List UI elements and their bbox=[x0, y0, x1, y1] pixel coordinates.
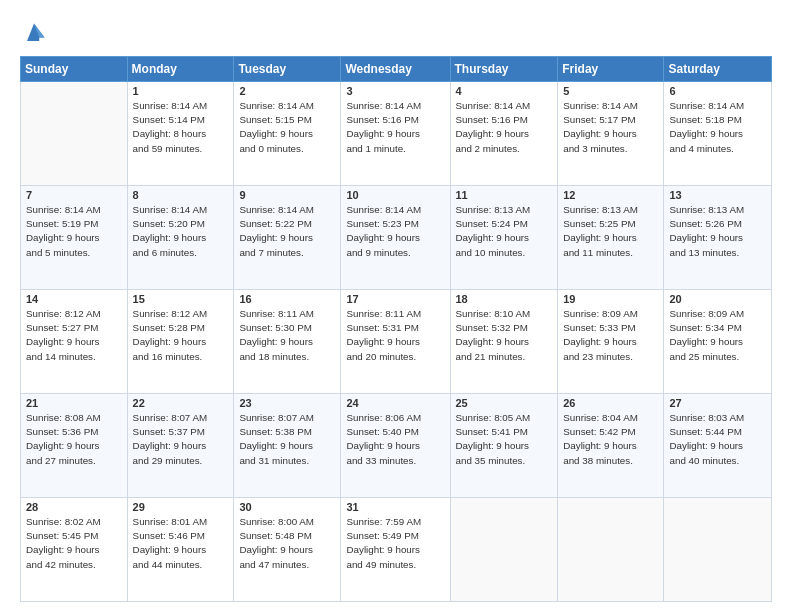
calendar-cell: 28Sunrise: 8:02 AM Sunset: 5:45 PM Dayli… bbox=[21, 498, 128, 602]
day-number: 16 bbox=[239, 293, 335, 305]
day-info: Sunrise: 8:09 AM Sunset: 5:34 PM Dayligh… bbox=[669, 307, 766, 364]
day-number: 12 bbox=[563, 189, 658, 201]
calendar-week-row: 7Sunrise: 8:14 AM Sunset: 5:19 PM Daylig… bbox=[21, 186, 772, 290]
day-number: 2 bbox=[239, 85, 335, 97]
calendar-cell: 22Sunrise: 8:07 AM Sunset: 5:37 PM Dayli… bbox=[127, 394, 234, 498]
calendar-cell: 13Sunrise: 8:13 AM Sunset: 5:26 PM Dayli… bbox=[664, 186, 772, 290]
header-cell-friday: Friday bbox=[558, 57, 664, 82]
day-info: Sunrise: 8:07 AM Sunset: 5:38 PM Dayligh… bbox=[239, 411, 335, 468]
day-info: Sunrise: 8:14 AM Sunset: 5:17 PM Dayligh… bbox=[563, 99, 658, 156]
calendar-cell: 26Sunrise: 8:04 AM Sunset: 5:42 PM Dayli… bbox=[558, 394, 664, 498]
calendar-cell: 7Sunrise: 8:14 AM Sunset: 5:19 PM Daylig… bbox=[21, 186, 128, 290]
calendar-cell: 24Sunrise: 8:06 AM Sunset: 5:40 PM Dayli… bbox=[341, 394, 450, 498]
day-info: Sunrise: 8:14 AM Sunset: 5:15 PM Dayligh… bbox=[239, 99, 335, 156]
day-number: 23 bbox=[239, 397, 335, 409]
day-info: Sunrise: 8:13 AM Sunset: 5:26 PM Dayligh… bbox=[669, 203, 766, 260]
day-number: 25 bbox=[456, 397, 553, 409]
header-cell-tuesday: Tuesday bbox=[234, 57, 341, 82]
day-info: Sunrise: 7:59 AM Sunset: 5:49 PM Dayligh… bbox=[346, 515, 444, 572]
calendar-cell: 5Sunrise: 8:14 AM Sunset: 5:17 PM Daylig… bbox=[558, 82, 664, 186]
day-number: 24 bbox=[346, 397, 444, 409]
calendar-header-row: SundayMondayTuesdayWednesdayThursdayFrid… bbox=[21, 57, 772, 82]
day-number: 18 bbox=[456, 293, 553, 305]
day-number: 10 bbox=[346, 189, 444, 201]
day-number: 11 bbox=[456, 189, 553, 201]
day-number: 27 bbox=[669, 397, 766, 409]
day-number: 19 bbox=[563, 293, 658, 305]
calendar-cell: 12Sunrise: 8:13 AM Sunset: 5:25 PM Dayli… bbox=[558, 186, 664, 290]
calendar-cell: 3Sunrise: 8:14 AM Sunset: 5:16 PM Daylig… bbox=[341, 82, 450, 186]
calendar-cell: 16Sunrise: 8:11 AM Sunset: 5:30 PM Dayli… bbox=[234, 290, 341, 394]
day-number: 1 bbox=[133, 85, 229, 97]
header-cell-saturday: Saturday bbox=[664, 57, 772, 82]
day-number: 9 bbox=[239, 189, 335, 201]
calendar-cell: 31Sunrise: 7:59 AM Sunset: 5:49 PM Dayli… bbox=[341, 498, 450, 602]
day-info: Sunrise: 8:14 AM Sunset: 5:19 PM Dayligh… bbox=[26, 203, 122, 260]
calendar-table: SundayMondayTuesdayWednesdayThursdayFrid… bbox=[20, 56, 772, 602]
day-number: 7 bbox=[26, 189, 122, 201]
day-info: Sunrise: 8:11 AM Sunset: 5:30 PM Dayligh… bbox=[239, 307, 335, 364]
day-info: Sunrise: 8:12 AM Sunset: 5:27 PM Dayligh… bbox=[26, 307, 122, 364]
calendar-cell: 27Sunrise: 8:03 AM Sunset: 5:44 PM Dayli… bbox=[664, 394, 772, 498]
header-cell-thursday: Thursday bbox=[450, 57, 558, 82]
calendar-cell: 11Sunrise: 8:13 AM Sunset: 5:24 PM Dayli… bbox=[450, 186, 558, 290]
day-info: Sunrise: 8:07 AM Sunset: 5:37 PM Dayligh… bbox=[133, 411, 229, 468]
day-info: Sunrise: 8:12 AM Sunset: 5:28 PM Dayligh… bbox=[133, 307, 229, 364]
day-number: 30 bbox=[239, 501, 335, 513]
calendar-cell: 1Sunrise: 8:14 AM Sunset: 5:14 PM Daylig… bbox=[127, 82, 234, 186]
calendar-cell: 8Sunrise: 8:14 AM Sunset: 5:20 PM Daylig… bbox=[127, 186, 234, 290]
calendar-cell: 6Sunrise: 8:14 AM Sunset: 5:18 PM Daylig… bbox=[664, 82, 772, 186]
day-number: 14 bbox=[26, 293, 122, 305]
day-number: 29 bbox=[133, 501, 229, 513]
day-info: Sunrise: 8:02 AM Sunset: 5:45 PM Dayligh… bbox=[26, 515, 122, 572]
logo bbox=[20, 20, 52, 48]
day-info: Sunrise: 8:05 AM Sunset: 5:41 PM Dayligh… bbox=[456, 411, 553, 468]
calendar-week-row: 28Sunrise: 8:02 AM Sunset: 5:45 PM Dayli… bbox=[21, 498, 772, 602]
day-number: 13 bbox=[669, 189, 766, 201]
calendar-week-row: 1Sunrise: 8:14 AM Sunset: 5:14 PM Daylig… bbox=[21, 82, 772, 186]
day-number: 17 bbox=[346, 293, 444, 305]
day-number: 4 bbox=[456, 85, 553, 97]
calendar-cell: 18Sunrise: 8:10 AM Sunset: 5:32 PM Dayli… bbox=[450, 290, 558, 394]
calendar-cell: 10Sunrise: 8:14 AM Sunset: 5:23 PM Dayli… bbox=[341, 186, 450, 290]
day-info: Sunrise: 8:14 AM Sunset: 5:23 PM Dayligh… bbox=[346, 203, 444, 260]
calendar-cell: 25Sunrise: 8:05 AM Sunset: 5:41 PM Dayli… bbox=[450, 394, 558, 498]
day-info: Sunrise: 8:00 AM Sunset: 5:48 PM Dayligh… bbox=[239, 515, 335, 572]
day-number: 5 bbox=[563, 85, 658, 97]
day-number: 28 bbox=[26, 501, 122, 513]
day-info: Sunrise: 8:14 AM Sunset: 5:14 PM Dayligh… bbox=[133, 99, 229, 156]
day-info: Sunrise: 8:14 AM Sunset: 5:16 PM Dayligh… bbox=[456, 99, 553, 156]
day-number: 22 bbox=[133, 397, 229, 409]
day-info: Sunrise: 8:14 AM Sunset: 5:22 PM Dayligh… bbox=[239, 203, 335, 260]
day-info: Sunrise: 8:01 AM Sunset: 5:46 PM Dayligh… bbox=[133, 515, 229, 572]
day-info: Sunrise: 8:08 AM Sunset: 5:36 PM Dayligh… bbox=[26, 411, 122, 468]
day-number: 6 bbox=[669, 85, 766, 97]
header bbox=[20, 16, 772, 48]
day-info: Sunrise: 8:11 AM Sunset: 5:31 PM Dayligh… bbox=[346, 307, 444, 364]
calendar-cell: 9Sunrise: 8:14 AM Sunset: 5:22 PM Daylig… bbox=[234, 186, 341, 290]
calendar-cell bbox=[450, 498, 558, 602]
calendar-cell: 19Sunrise: 8:09 AM Sunset: 5:33 PM Dayli… bbox=[558, 290, 664, 394]
calendar-week-row: 21Sunrise: 8:08 AM Sunset: 5:36 PM Dayli… bbox=[21, 394, 772, 498]
day-number: 21 bbox=[26, 397, 122, 409]
calendar-cell: 30Sunrise: 8:00 AM Sunset: 5:48 PM Dayli… bbox=[234, 498, 341, 602]
day-info: Sunrise: 8:13 AM Sunset: 5:25 PM Dayligh… bbox=[563, 203, 658, 260]
day-info: Sunrise: 8:14 AM Sunset: 5:16 PM Dayligh… bbox=[346, 99, 444, 156]
calendar-cell bbox=[558, 498, 664, 602]
day-info: Sunrise: 8:09 AM Sunset: 5:33 PM Dayligh… bbox=[563, 307, 658, 364]
day-number: 20 bbox=[669, 293, 766, 305]
day-number: 8 bbox=[133, 189, 229, 201]
day-number: 26 bbox=[563, 397, 658, 409]
calendar-cell bbox=[21, 82, 128, 186]
calendar-week-row: 14Sunrise: 8:12 AM Sunset: 5:27 PM Dayli… bbox=[21, 290, 772, 394]
calendar-cell: 14Sunrise: 8:12 AM Sunset: 5:27 PM Dayli… bbox=[21, 290, 128, 394]
calendar-cell: 4Sunrise: 8:14 AM Sunset: 5:16 PM Daylig… bbox=[450, 82, 558, 186]
calendar-cell: 23Sunrise: 8:07 AM Sunset: 5:38 PM Dayli… bbox=[234, 394, 341, 498]
day-number: 3 bbox=[346, 85, 444, 97]
calendar-cell: 2Sunrise: 8:14 AM Sunset: 5:15 PM Daylig… bbox=[234, 82, 341, 186]
day-number: 15 bbox=[133, 293, 229, 305]
day-info: Sunrise: 8:13 AM Sunset: 5:24 PM Dayligh… bbox=[456, 203, 553, 260]
calendar-cell: 29Sunrise: 8:01 AM Sunset: 5:46 PM Dayli… bbox=[127, 498, 234, 602]
day-info: Sunrise: 8:14 AM Sunset: 5:18 PM Dayligh… bbox=[669, 99, 766, 156]
day-info: Sunrise: 8:06 AM Sunset: 5:40 PM Dayligh… bbox=[346, 411, 444, 468]
